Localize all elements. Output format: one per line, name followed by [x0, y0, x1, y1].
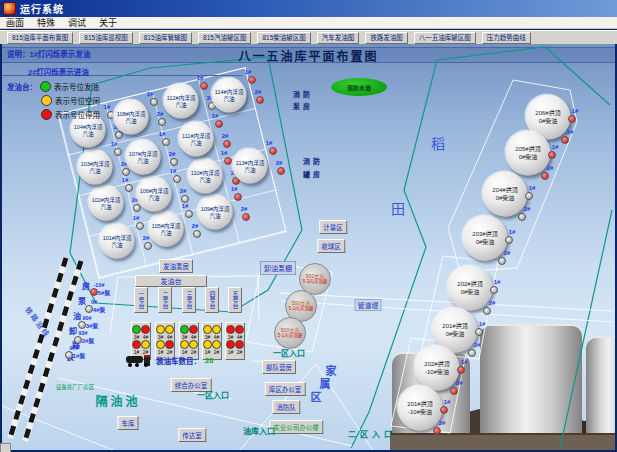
status-light: [189, 325, 198, 334]
light-label: 4#: [167, 334, 173, 340]
platform-column-button[interactable]: 二号台: [158, 287, 172, 313]
map-text: 罐房: [303, 169, 323, 179]
screen-nav-button[interactable]: 815柴油罐区图: [257, 32, 310, 44]
screen-nav-button[interactable]: 压力趋势曲线: [482, 32, 531, 44]
status-light: [132, 325, 141, 334]
app-window: 运行系统 画面特殊调试关于 815油库平面布置图815油库巡视图815油库管输图…: [0, 0, 617, 452]
lamp-on-icon: [548, 151, 556, 159]
lamp-on-icon: [269, 147, 277, 155]
lamp-label: 2#: [439, 420, 446, 426]
light-row: [180, 340, 198, 348]
lamp-off-icon: [181, 195, 189, 203]
lamp-off-icon: [114, 148, 122, 156]
lamp-label: 1#: [170, 168, 177, 174]
lamp-label: 1#: [231, 186, 238, 192]
light-row: [156, 340, 174, 348]
light-label: 4#: [237, 334, 243, 340]
light-label: 1#: [228, 349, 234, 355]
green-status-icon: [40, 81, 51, 92]
status-light: [189, 340, 198, 349]
tank-label: 汽油: [160, 229, 171, 236]
map-building-button[interactable]: 消防队: [272, 400, 300, 414]
tank-label: 汽油: [190, 139, 201, 146]
light-label: 3#: [205, 334, 211, 340]
lamp-label: 1#: [461, 359, 468, 365]
legend-yellow-desc: 表示号位空闲: [55, 95, 100, 106]
lamp-on-icon: [457, 366, 465, 374]
tank-label: 0#柴油: [461, 288, 480, 296]
platform-column-button[interactable]: 五号台: [228, 287, 242, 313]
lamp-on-icon: [440, 406, 448, 414]
light-label-row: 3#4#: [132, 333, 150, 340]
menu-item[interactable]: 关于: [99, 16, 117, 29]
title-bar[interactable]: 运行系统: [0, 0, 617, 17]
map-text: 一区入口: [197, 389, 229, 400]
map-building-button[interactable]: 收球区: [317, 239, 345, 253]
pump-name-label: 1#泵: [73, 351, 86, 360]
map-building-button[interactable]: 车库: [118, 416, 139, 430]
tank-label: 202#拱顶: [424, 361, 449, 369]
light-row: [203, 340, 221, 348]
map-building-button[interactable]: 计量区: [319, 220, 347, 234]
menu-item[interactable]: 调试: [68, 16, 86, 29]
lamp-off-icon: [125, 184, 133, 192]
light-label-row: 3#4#: [226, 333, 244, 340]
map-building-button[interactable]: 传达室: [178, 428, 206, 442]
lamp-on-icon: [215, 120, 223, 128]
lamp-off-icon: [525, 192, 533, 200]
lamp-label: 1#: [159, 131, 166, 137]
status-light: [141, 325, 150, 334]
platform-column-button[interactable]: 一号台: [134, 287, 148, 313]
gas-tank: 101#内浮顶汽油: [100, 224, 135, 259]
status-light: [203, 340, 212, 349]
lamp-label: 2#: [489, 300, 496, 306]
tank-label: 汽油: [111, 241, 122, 248]
truck-count-row: 装油车数目： 20: [126, 353, 213, 367]
lamp-label: 1#: [509, 229, 516, 235]
lamp-off-icon: [144, 242, 152, 250]
map-building-button[interactable]: 部队营房: [262, 360, 296, 374]
platform-column-button[interactable]: 三号台: [182, 287, 196, 313]
screen-nav-button[interactable]: 汽车发油图: [317, 32, 360, 44]
light-label: 3#: [228, 334, 234, 340]
status-light: [180, 325, 189, 334]
screen-nav-button[interactable]: 815汽油罐区图: [198, 32, 251, 44]
map-building-button[interactable]: 库区办公室: [265, 382, 306, 396]
diesel-tank: 202#拱顶0#柴油: [448, 266, 493, 311]
lamp-on-icon: [561, 136, 569, 144]
truck-icon: [126, 353, 152, 367]
screen-nav-button[interactable]: 815油库管输图: [139, 32, 192, 44]
map-building-button[interactable]: 卸油泵棚: [260, 261, 296, 275]
lamp-on-icon: [200, 82, 208, 90]
map-char: 卸: [69, 325, 77, 336]
screen-nav-button[interactable]: 815油库平面布置图: [7, 32, 73, 44]
lamp-off-icon: [122, 168, 130, 176]
status-light: [226, 325, 235, 334]
lamp-label: 1#: [479, 321, 486, 327]
status-light: [165, 340, 174, 349]
status-light: [132, 340, 141, 349]
diesel-tank: 201#拱顶-10#柴油: [398, 386, 443, 431]
lamp-label: 2#: [504, 250, 511, 256]
legend-green-desc: 表示号位发油: [54, 81, 99, 92]
platform-column-button[interactable]: 四号台: [205, 287, 219, 313]
lamp-label: 2#: [456, 380, 463, 386]
screen-nav-button[interactable]: 815油库巡视图: [79, 32, 132, 44]
tank-label: 汽油: [148, 194, 159, 201]
menu-item[interactable]: 画面: [6, 16, 24, 29]
lamp-label: 1#: [245, 69, 252, 75]
map-building-button[interactable]: 发油泵房: [159, 259, 193, 273]
menu-item[interactable]: 特殊: [37, 16, 55, 29]
map-building-button[interactable]: 实业公司办公楼: [269, 420, 323, 434]
tank-label: 汽油: [199, 176, 210, 183]
gas-tank: 113#内浮顶汽油: [233, 149, 268, 184]
lamp-label: 1#: [221, 150, 228, 156]
tank-label: 201#拱顶: [442, 323, 467, 331]
lamp-label: 1#: [182, 203, 189, 209]
map-text: 田: [391, 198, 405, 218]
screen-nav-button[interactable]: 八一五油库罐区图: [414, 32, 476, 44]
lamp-on-icon: [433, 427, 441, 435]
screen-nav-button[interactable]: 铁路发油图: [365, 32, 408, 44]
status-light: [235, 325, 244, 334]
lamp-label: 2#: [474, 342, 481, 348]
